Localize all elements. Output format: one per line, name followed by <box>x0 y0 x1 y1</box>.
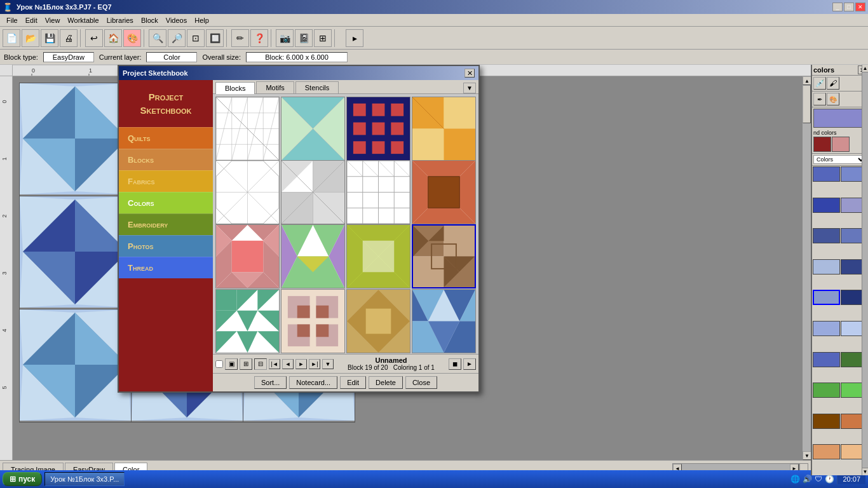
open-button[interactable]: 📂 <box>22 29 39 47</box>
swatch-0[interactable] <box>813 166 840 182</box>
notecard-button[interactable]: Notecard... <box>289 376 337 389</box>
menu-block[interactable]: Block <box>137 15 162 25</box>
tab-blocks[interactable]: Blocks <box>215 82 255 94</box>
block-thumb-15[interactable] <box>346 289 410 353</box>
zoom-fit-button[interactable]: ⊡ <box>187 29 205 47</box>
color-button[interactable]: 🎨 <box>123 29 141 47</box>
close-dialog-button[interactable]: Close <box>405 376 437 389</box>
scroll-up-button[interactable]: ▲ <box>803 76 811 85</box>
block-thumb-6[interactable] <box>281 160 345 224</box>
grid-button[interactable]: ⊞ <box>314 29 332 47</box>
swatch-pink[interactable] <box>832 137 850 152</box>
block-thumb-9[interactable] <box>215 224 280 288</box>
nav-blocks[interactable]: Blocks <box>119 149 213 170</box>
sketchbook-dialog: Project Sketchbook ✕ ProjectSketchbook Q… <box>118 65 480 393</box>
block-thumb-11[interactable] <box>346 224 410 288</box>
block-thumb-14[interactable] <box>281 289 345 353</box>
menu-help[interactable]: Help <box>191 15 213 25</box>
zoom-out-button[interactable]: 🔎 <box>168 29 186 47</box>
svg-rect-139 <box>391 123 403 135</box>
right-scroll-down[interactable]: ▼ <box>862 468 868 475</box>
scroll-thumb[interactable] <box>803 85 811 123</box>
tab-arrow-btn[interactable]: ▼ <box>463 83 476 93</box>
tab-motifs[interactable]: Motifs <box>256 81 294 93</box>
sketchbook-button[interactable]: 📓 <box>295 29 313 47</box>
swatch-4[interactable] <box>813 228 840 243</box>
edit-button[interactable]: Edit <box>340 376 366 389</box>
swatch-6[interactable] <box>813 259 840 274</box>
swatch-14[interactable] <box>813 383 840 398</box>
menu-file[interactable]: File <box>3 15 22 25</box>
menu-libraries[interactable]: Libraries <box>103 15 137 25</box>
scroll-down-button[interactable]: ▼ <box>803 451 811 460</box>
swatch-2[interactable] <box>813 198 840 213</box>
extra-button[interactable]: ▸ <box>346 29 363 47</box>
taskbar-app-item[interactable]: Урок №1Блок 3х3.P... <box>44 472 125 486</box>
block-checkbox[interactable] <box>215 360 223 368</box>
swatch-18[interactable] <box>813 444 840 459</box>
new-button[interactable]: 📄 <box>3 29 20 47</box>
nav-scroll[interactable]: ▼ <box>322 359 334 369</box>
dropper2-tool[interactable]: ✒ <box>813 93 826 105</box>
zoom-area-button[interactable]: 🔲 <box>206 29 224 47</box>
block-thumb-12-selected[interactable] <box>412 224 476 288</box>
view-scroll-right2[interactable]: ► <box>463 358 476 370</box>
menu-videos[interactable]: Videos <box>162 15 191 25</box>
help-button[interactable]: ❓ <box>250 29 268 47</box>
block-thumb-5[interactable] <box>215 160 280 224</box>
view-single[interactable]: ▣ <box>225 358 238 370</box>
nav-photos[interactable]: Photos <box>119 235 213 257</box>
block-thumb-7[interactable] <box>346 160 410 224</box>
nav-colors[interactable]: Colors <box>119 192 213 214</box>
zoom-in-button[interactable]: 🔍 <box>149 29 166 47</box>
block-thumb-16[interactable] <box>412 289 476 353</box>
nav-thread[interactable]: Thread <box>119 257 213 278</box>
maximize-button[interactable]: □ <box>844 3 854 11</box>
menu-edit[interactable]: Edit <box>22 15 41 25</box>
delete-button[interactable]: Delete <box>369 376 403 389</box>
nav-next[interactable]: ► <box>295 359 307 369</box>
view-scroll-right[interactable]: ◼ <box>449 358 461 370</box>
block-thumb-4[interactable] <box>412 97 476 161</box>
menu-worktable[interactable]: Worktable <box>64 15 102 25</box>
menu-view[interactable]: View <box>41 15 64 25</box>
swatch-8-selected[interactable] <box>813 290 840 305</box>
swatch-10[interactable] <box>813 321 840 336</box>
nav-fabrics[interactable]: Fabrics <box>119 170 213 192</box>
block-thumb-10[interactable] <box>281 224 345 288</box>
close-button[interactable]: ✕ <box>855 3 865 11</box>
nav-last[interactable]: ►| <box>309 359 320 369</box>
block-thumb-13[interactable] <box>215 289 280 353</box>
block-thumb-1[interactable] <box>215 97 280 161</box>
block-thumb-2[interactable] <box>281 97 345 161</box>
block-thumb-3[interactable] <box>346 97 410 161</box>
view-grid-large[interactable]: ⊟ <box>254 358 267 370</box>
save-button[interactable]: 💾 <box>41 29 58 47</box>
tab-stencils[interactable]: Stencils <box>295 81 339 93</box>
draw-button[interactable]: ✏ <box>231 29 249 47</box>
minimize-button[interactable]: _ <box>832 3 843 11</box>
print-button[interactable]: 🖨 <box>60 29 78 47</box>
camera-button[interactable]: 📷 <box>276 29 294 47</box>
swatch-16[interactable] <box>813 414 840 429</box>
color-fill-tool[interactable]: 🎨 <box>827 93 839 105</box>
swatch-12[interactable] <box>813 352 840 367</box>
home-button[interactable]: 🏠 <box>104 29 122 47</box>
dialog-nav-header: ProjectSketchbook <box>119 80 213 127</box>
right-scroll-up[interactable]: ▲ <box>862 65 868 72</box>
dialog-close-button[interactable]: ✕ <box>465 69 475 78</box>
undo-button[interactable]: ↩ <box>85 29 103 47</box>
nav-prev[interactable]: ◄ <box>282 359 294 369</box>
nav-embroidery[interactable]: Embroidery <box>119 214 213 235</box>
nav-first[interactable]: |◄ <box>269 359 280 369</box>
nav-quilts[interactable]: Quilts <box>119 127 213 149</box>
start-button[interactable]: ⊞ пуск <box>3 472 42 486</box>
sort-button[interactable]: Sort... <box>254 376 287 389</box>
view-grid-small[interactable]: ⊞ <box>240 358 252 370</box>
block-thumb-8[interactable] <box>412 160 476 224</box>
paint-tool[interactable]: 🖌 <box>827 77 839 90</box>
palette-select[interactable]: Colors Fabrics Custom <box>813 155 867 164</box>
swatch-red[interactable] <box>813 137 831 152</box>
dropper-tool[interactable]: 💉 <box>813 77 826 90</box>
svg-marker-147 <box>444 129 476 161</box>
